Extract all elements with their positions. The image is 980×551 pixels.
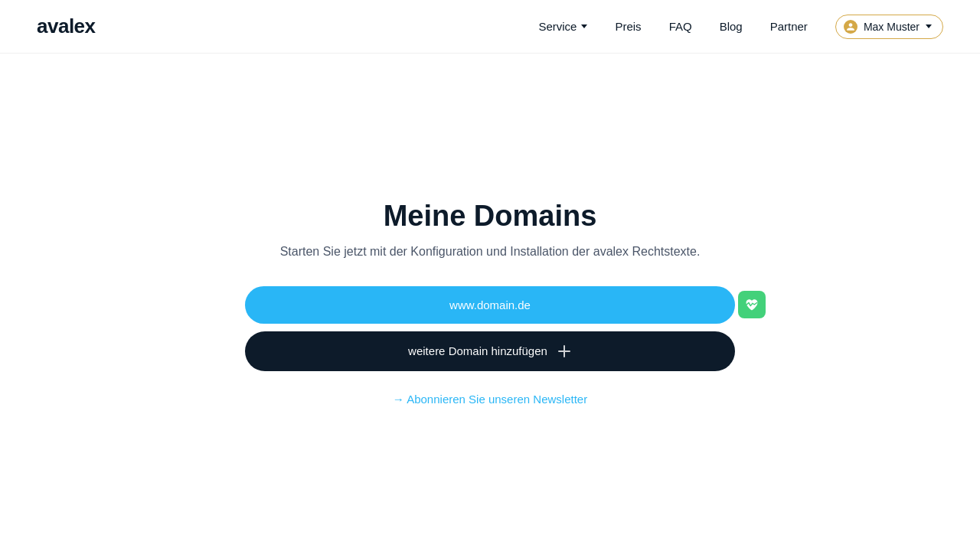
page-title: Meine Domains <box>384 200 597 233</box>
nav-item-preis[interactable]: Preis <box>615 20 641 33</box>
health-icon <box>738 291 766 318</box>
nav-item-blog[interactable]: Blog <box>720 20 743 33</box>
main-nav: Service Preis FAQ Blog Partner Max Muste… <box>538 15 943 39</box>
plus-icon <box>557 344 572 359</box>
add-domain-button[interactable]: weitere Domain hinzufügen <box>245 331 735 371</box>
nav-blog-label: Blog <box>720 20 743 33</box>
nav-service-label: Service <box>538 20 577 33</box>
nav-partner-label: Partner <box>770 20 808 33</box>
newsletter-link[interactable]: → Abonnieren Sie unseren Newsletter <box>393 393 587 406</box>
domain-button[interactable]: www.domain.de <box>245 286 735 324</box>
user-avatar-icon <box>844 20 858 34</box>
nav-faq-label: FAQ <box>669 20 692 33</box>
domain-row: www.domain.de <box>245 286 735 324</box>
domains-container: www.domain.de weitere Domain hinzufügen <box>245 286 735 371</box>
main-content: Meine Domains Starten Sie jetzt mit der … <box>0 54 980 551</box>
nav-item-service[interactable]: Service <box>538 20 587 33</box>
user-chevron-icon <box>926 24 932 28</box>
nav-preis-label: Preis <box>615 20 641 33</box>
logo[interactable]: avalex <box>37 15 96 38</box>
nav-item-faq[interactable]: FAQ <box>669 20 692 33</box>
user-menu-button[interactable]: Max Muster <box>835 15 943 39</box>
page-subtitle: Starten Sie jetzt mit der Konfiguration … <box>280 245 701 259</box>
user-name-label: Max Muster <box>864 21 920 33</box>
header: avalex Service Preis FAQ Blog Partner Ma… <box>0 0 980 54</box>
chevron-down-icon <box>581 24 587 28</box>
add-domain-row: weitere Domain hinzufügen <box>245 331 735 371</box>
nav-item-partner[interactable]: Partner <box>770 20 808 33</box>
